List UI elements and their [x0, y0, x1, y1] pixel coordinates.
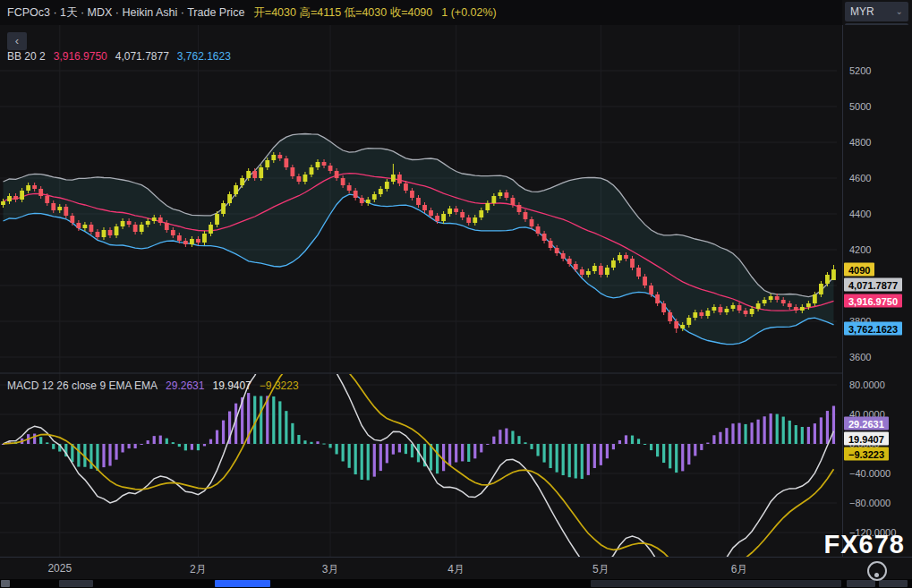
price-tick-label: 5000: [849, 101, 871, 112]
time-axis-label: 2025: [47, 562, 72, 575]
chevron-down-icon: ⌄: [896, 7, 903, 16]
bottom-scrollbar[interactable]: [0, 579, 912, 588]
price-tick-label: 4200: [849, 244, 871, 255]
macd-legend-title: MACD 12 26 close 9 EMA EMA: [7, 379, 158, 392]
macd-tick-label: 80.0000: [849, 379, 885, 390]
price-tick-label: 4600: [849, 173, 871, 183]
price-tick-label: 4800: [849, 137, 871, 148]
macd-hist-tag: 29.2631: [844, 417, 889, 430]
macd-line-tag: 19.9407: [844, 432, 889, 446]
bb-upper-value: 4,071.7877: [115, 50, 169, 63]
scrollbar-segment[interactable]: [879, 580, 908, 587]
bb-lower-value: 3,762.1623: [177, 50, 231, 63]
macd-hist-value: 29.2631: [166, 379, 204, 392]
chevron-left-icon: ‹: [15, 34, 19, 47]
time-axis[interactable]: 20252月3月4月5月6月: [0, 557, 912, 579]
bb-basis-value: 3,916.9750: [54, 50, 107, 63]
price-tick-label: 5200: [849, 65, 871, 76]
macd-signal-tag: −9.3223: [844, 447, 889, 461]
price-axis[interactable]: 52005000480046004400420040003800360080.0…: [842, 25, 912, 557]
last-price-tag: 4090: [844, 263, 874, 277]
scrollbar-segment[interactable]: [847, 580, 875, 587]
macd-legend[interactable]: MACD 12 26 close 9 EMA EMA 29.2631 19.94…: [7, 379, 299, 392]
back-button[interactable]: ‹: [7, 32, 27, 50]
fx678-logo-icon: [867, 561, 887, 581]
bb-basis-tag: 3,916.9750: [844, 294, 902, 308]
macd-signal-value: −9.3223: [260, 379, 299, 392]
scrollbar-segment[interactable]: [59, 580, 93, 587]
fx678-watermark: FX678: [824, 530, 905, 559]
chart-header: FCPOc3 · 1天 · MDX · Heikin Ashi · Trade …: [0, 0, 842, 25]
price-tick-label: 3600: [849, 352, 871, 362]
time-axis-label: 2月: [190, 562, 207, 577]
bb-legend-title: BB 20 2: [7, 50, 46, 63]
ohlc-values: 开=4030 高=4115 低=4030 收=4090: [253, 5, 432, 21]
scrollbar-segment[interactable]: [591, 580, 841, 587]
price-tick-label: 4400: [849, 209, 871, 219]
symbol-info[interactable]: FCPOc3 · 1天 · MDX · Heikin Ashi · Trade …: [7, 5, 244, 21]
bb-lower-tag: 3,762.1623: [844, 322, 902, 336]
time-axis-label: 5月: [592, 562, 609, 577]
bb-legend[interactable]: BB 20 2 3,916.9750 4,071.7877 3,762.1623: [7, 50, 231, 63]
time-axis-label: 3月: [322, 562, 339, 577]
change-value: 1 (+0.02%): [441, 6, 497, 19]
bb-upper-tag: 4,071.7877: [844, 278, 902, 292]
macd-line-value: 19.9407: [212, 379, 251, 392]
macd-tick-label: −40.0000: [849, 468, 891, 479]
time-axis-label: 6月: [731, 562, 748, 577]
visible-range-slider[interactable]: [215, 580, 270, 587]
trading-chart-app: FCPOc3 · 1天 · MDX · Heikin Ashi · Trade …: [0, 0, 912, 588]
currency-select[interactable]: MYR ⌄: [845, 2, 908, 21]
macd-tick-label: −80.0000: [849, 498, 891, 508]
chart-area[interactable]: ‹ BB 20 2 3,916.9750 4,071.7877 3,762.16…: [0, 25, 842, 557]
price-macd-canvas[interactable]: [0, 25, 842, 557]
time-axis-label: 4月: [447, 562, 465, 577]
scrollbar-segment[interactable]: [1, 580, 10, 587]
currency-value: MYR: [850, 5, 874, 18]
